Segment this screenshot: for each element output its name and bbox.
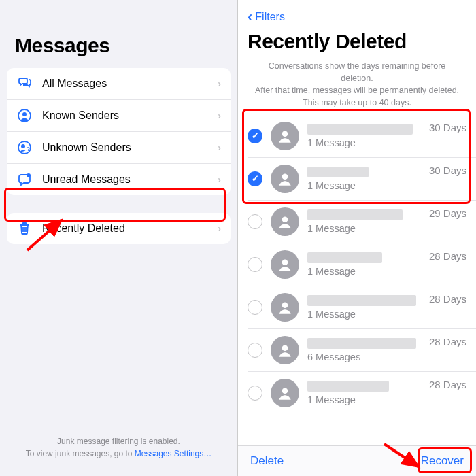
filter-list-card: All Messages › Known Senders › ? Unknown… [7,68,231,195]
selection-checkbox[interactable] [248,257,262,272]
chevron-right-icon: › [218,78,221,89]
page-title: Messages [15,34,231,57]
avatar [271,250,299,279]
avatar [271,379,299,407]
days-remaining: 28 Days [429,379,466,390]
days-remaining: 30 Days [429,122,466,133]
redacted-name [307,381,389,392]
filter-unknown-senders[interactable]: ? Unknown Senders › [7,131,231,163]
messages-settings-link[interactable]: Messages Settings… [135,449,211,458]
message-count: 1 Message [307,266,466,277]
filter-label: Unread Messages [42,173,208,186]
days-remaining: 30 Days [429,165,466,176]
footer-line: To view junk messages, go to Messages Se… [0,447,237,460]
redacted-name [307,338,416,349]
recover-button[interactable]: Recover [421,454,464,468]
selection-checkbox[interactable] [248,343,262,358]
svg-point-7 [282,131,288,137]
redacted-name [307,124,413,135]
deleted-thread-row[interactable]: 1 Message28 Days [248,286,476,328]
avatar [271,165,299,193]
delete-button[interactable]: Delete [250,454,284,468]
days-remaining: 28 Days [429,293,466,305]
svg-point-3 [21,144,25,148]
junk-filter-footer: Junk message filtering is enabled. To vi… [0,435,237,460]
svg-point-13 [282,388,288,394]
svg-point-5 [27,173,31,177]
message-count: 1 Message [307,180,466,191]
info-text: Conversations show the days remaining be… [238,57,476,115]
filter-label: All Messages [42,78,208,90]
unread-badge-icon [16,171,33,188]
back-label: Filters [255,11,285,23]
filter-label: Recently Deleted [42,222,208,235]
redacted-name [307,295,416,306]
selection-checkbox[interactable] [248,129,262,143]
svg-point-1 [22,112,27,116]
days-remaining: 28 Days [429,336,466,347]
message-count: 1 Message [307,394,466,405]
filter-label: Known Senders [42,109,208,122]
message-count: 1 Message [307,223,466,234]
svg-point-9 [282,216,288,222]
person-question-icon: ? [16,139,33,156]
svg-point-12 [282,345,288,351]
selection-checkbox[interactable] [248,171,262,186]
days-remaining: 28 Days [429,250,466,262]
svg-point-8 [282,173,288,180]
deleted-thread-list: 1 Message30 Days1 Message30 Days1 Messag… [238,115,476,414]
redacted-name [307,252,382,263]
back-to-filters[interactable]: ‹ Filters [238,0,476,30]
footer-line: Junk message filtering is enabled. [0,435,237,447]
days-remaining: 29 Days [429,207,466,219]
person-circle-icon [16,107,33,124]
deleted-thread-row[interactable]: 1 Message28 Days [248,243,476,286]
trash-icon [16,220,33,237]
chevron-right-icon: › [218,223,221,234]
deleted-thread-row[interactable]: 1 Message29 Days [248,200,476,243]
svg-point-10 [282,259,288,265]
chevron-right-icon: › [218,174,221,185]
selection-checkbox[interactable] [248,386,262,401]
selection-checkbox[interactable] [248,214,262,229]
avatar [271,122,299,150]
filter-all-messages[interactable]: All Messages › [7,68,231,99]
chevron-right-icon: › [218,142,221,153]
deleted-thread-row[interactable]: 1 Message30 Days [248,157,476,200]
deleted-thread-row[interactable]: 1 Message28 Days [248,371,476,414]
filter-label: Unknown Senders [42,141,208,154]
filter-recently-deleted[interactable]: Recently Deleted › [7,213,231,244]
recently-deleted-screen: ‹ Filters Recently Deleted Conversations… [238,0,476,476]
svg-point-11 [282,302,288,308]
message-count: 1 Message [307,137,466,148]
filter-unread-messages[interactable]: Unread Messages › [7,163,231,195]
avatar [271,293,299,322]
filter-known-senders[interactable]: Known Senders › [7,99,231,131]
redacted-name [307,167,369,177]
chevron-left-icon: ‹ [248,8,252,26]
selection-checkbox[interactable] [248,300,262,315]
message-count: 6 Messages [307,352,466,362]
toolbar: Delete Recover [238,445,476,476]
chat-bubbles-icon [16,75,33,92]
avatar [271,207,299,236]
recently-deleted-card: Recently Deleted › [7,213,231,244]
redacted-name [307,209,403,220]
deleted-thread-row[interactable]: 1 Message30 Days [248,115,476,157]
deleted-thread-row[interactable]: 6 Messages28 Days [248,328,476,371]
chevron-right-icon: › [218,110,221,121]
page-title: Recently Deleted [248,30,466,53]
messages-filter-screen: Messages All Messages › Known Senders › … [0,0,238,476]
avatar [271,336,299,364]
svg-text:?: ? [27,146,30,152]
message-count: 1 Message [307,309,466,320]
